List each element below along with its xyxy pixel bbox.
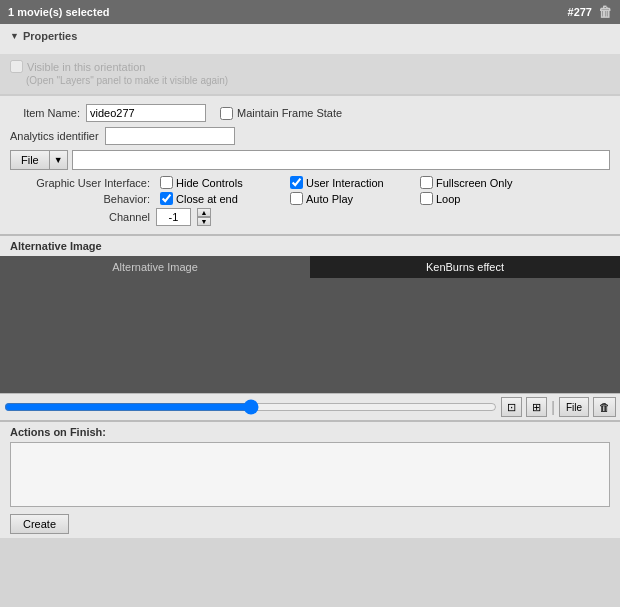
header-trash-icon[interactable]: 🗑 bbox=[598, 4, 612, 20]
file-arrow-button[interactable]: ▼ bbox=[49, 150, 68, 170]
channel-label: Channel bbox=[20, 211, 150, 223]
hide-controls-item: Hide Controls bbox=[160, 176, 280, 189]
file-path-input[interactable] bbox=[72, 150, 610, 170]
auto-play-label: Auto Play bbox=[306, 193, 353, 205]
loop-checkbox[interactable] bbox=[420, 192, 433, 205]
close-at-end-label: Close at end bbox=[176, 193, 238, 205]
maintain-frame-text: Maintain Frame State bbox=[237, 107, 342, 119]
visibility-section: Visible in this orientation (Open "Layer… bbox=[0, 54, 620, 94]
file-row: File ▼ bbox=[10, 150, 610, 170]
maintain-frame-checkbox[interactable] bbox=[220, 107, 233, 120]
visible-row: Visible in this orientation bbox=[10, 60, 610, 73]
properties-panel: ▼ Properties bbox=[0, 24, 620, 54]
analytics-label: Analytics identifier bbox=[10, 130, 99, 142]
item-name-row: Item Name: Maintain Frame State bbox=[10, 104, 610, 122]
actions-textarea[interactable] bbox=[10, 442, 610, 507]
item-name-label: Item Name: bbox=[10, 107, 80, 119]
fullscreen-checkbox[interactable] bbox=[420, 176, 433, 189]
channel-input[interactable] bbox=[156, 208, 191, 226]
properties-title: ▼ Properties bbox=[10, 30, 610, 42]
alt-image-title: Alternative Image bbox=[0, 236, 620, 256]
behavior-row: Behavior: Close at end Auto Play Loop bbox=[10, 192, 610, 205]
hide-controls-checkbox[interactable] bbox=[160, 176, 173, 189]
visible-checkbox[interactable] bbox=[10, 60, 23, 73]
gui-label: Graphic User Interface: bbox=[20, 177, 150, 189]
actions-title: Actions on Finish: bbox=[10, 426, 610, 438]
form-section: Item Name: Maintain Frame State Analytic… bbox=[0, 95, 620, 234]
loop-label: Loop bbox=[436, 193, 460, 205]
alt-image-tabs: Alternative Image KenBurns effect bbox=[0, 256, 620, 278]
channel-up-button[interactable]: ▲ bbox=[197, 208, 211, 217]
maintain-frame-label: Maintain Frame State bbox=[220, 107, 342, 120]
channel-row: Channel ▲ ▼ bbox=[10, 208, 610, 226]
close-at-end-checkbox[interactable] bbox=[160, 192, 173, 205]
create-button[interactable]: Create bbox=[10, 514, 69, 534]
visible-label: Visible in this orientation bbox=[27, 61, 145, 73]
close-at-end-item: Close at end bbox=[160, 192, 280, 205]
fit-icon-button[interactable]: ⊡ bbox=[501, 397, 522, 417]
channel-spinner: ▲ ▼ bbox=[197, 208, 211, 226]
fullscreen-label: Fullscreen Only bbox=[436, 177, 512, 189]
crop-icon-button[interactable]: ⊞ bbox=[526, 397, 547, 417]
alt-trash-button[interactable]: 🗑 bbox=[593, 397, 616, 417]
visible-sub: (Open "Layers" panel to make it visible … bbox=[26, 75, 610, 86]
header-title: 1 movie(s) selected bbox=[8, 6, 110, 18]
user-interaction-item: User Interaction bbox=[290, 176, 410, 189]
channel-down-button[interactable]: ▼ bbox=[197, 217, 211, 226]
user-interaction-label: User Interaction bbox=[306, 177, 384, 189]
alt-image-tab[interactable]: Alternative Image bbox=[0, 256, 310, 278]
fullscreen-item: Fullscreen Only bbox=[420, 176, 540, 189]
gui-row: Graphic User Interface: Hide Controls Us… bbox=[10, 176, 610, 189]
actions-section: Actions on Finish: Create bbox=[0, 420, 620, 538]
alt-image-section: Alternative Image Alternative Image KenB… bbox=[0, 234, 620, 420]
header-bar: 1 movie(s) selected #277 🗑 bbox=[0, 0, 620, 24]
alt-file-button[interactable]: File bbox=[559, 397, 589, 417]
alt-image-canvas bbox=[0, 278, 620, 393]
header-right: #277 🗑 bbox=[568, 4, 612, 20]
alt-image-toolbar: ⊡ ⊞ | File 🗑 bbox=[0, 393, 620, 420]
analytics-row: Analytics identifier bbox=[10, 127, 610, 145]
kenburns-tab[interactable]: KenBurns effect bbox=[310, 256, 620, 278]
header-id: #277 bbox=[568, 6, 592, 18]
auto-play-checkbox[interactable] bbox=[290, 192, 303, 205]
toolbar-separator: | bbox=[551, 399, 555, 415]
properties-label: Properties bbox=[23, 30, 77, 42]
loop-item: Loop bbox=[420, 192, 540, 205]
file-button-group: File ▼ bbox=[10, 150, 68, 170]
alt-image-slider[interactable] bbox=[4, 399, 497, 415]
slider-container bbox=[4, 399, 497, 415]
user-interaction-checkbox[interactable] bbox=[290, 176, 303, 189]
file-main-button[interactable]: File bbox=[10, 150, 49, 170]
analytics-input[interactable] bbox=[105, 127, 235, 145]
auto-play-item: Auto Play bbox=[290, 192, 410, 205]
item-name-input[interactable] bbox=[86, 104, 206, 122]
hide-controls-label: Hide Controls bbox=[176, 177, 243, 189]
triangle-icon: ▼ bbox=[10, 31, 19, 41]
behavior-label: Behavior: bbox=[20, 193, 150, 205]
